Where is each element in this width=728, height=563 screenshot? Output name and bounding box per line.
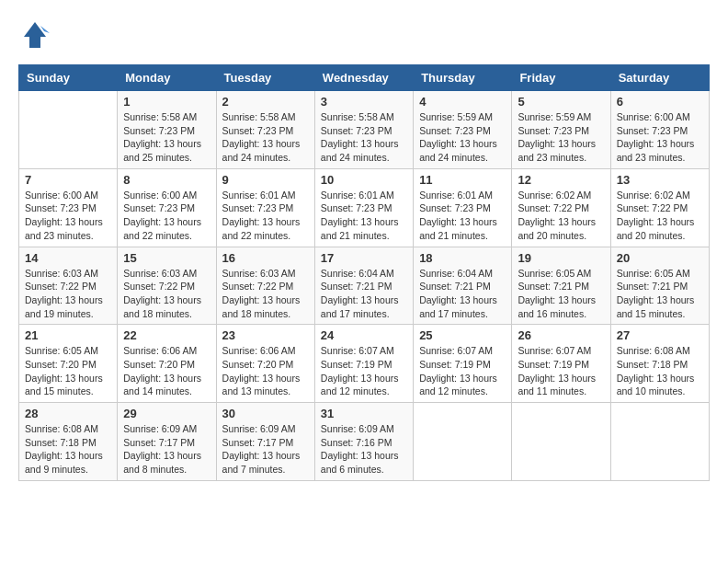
day-number: 9	[222, 173, 309, 187]
calendar-cell: 22Sunrise: 6:06 AMSunset: 7:20 PMDayligh…	[118, 325, 216, 403]
day-info: Sunrise: 6:02 AMSunset: 7:22 PMDaylight:…	[518, 189, 604, 243]
calendar-cell: 18Sunrise: 6:04 AMSunset: 7:21 PMDayligh…	[414, 247, 512, 325]
day-number: 28	[25, 407, 111, 420]
calendar-cell: 1Sunrise: 5:58 AMSunset: 7:23 PMDaylight…	[118, 91, 216, 169]
calendar-cell	[512, 403, 610, 481]
calendar-cell: 10Sunrise: 6:01 AMSunset: 7:23 PMDayligh…	[314, 168, 413, 247]
calendar-cell: 15Sunrise: 6:03 AMSunset: 7:22 PMDayligh…	[118, 247, 216, 325]
calendar-cell: 17Sunrise: 6:04 AMSunset: 7:21 PMDayligh…	[314, 247, 413, 325]
calendar-cell: 25Sunrise: 6:07 AMSunset: 7:19 PMDayligh…	[414, 325, 512, 403]
day-info: Sunrise: 6:05 AMSunset: 7:20 PMDaylight:…	[25, 344, 111, 398]
calendar-cell: 21Sunrise: 6:05 AMSunset: 7:20 PMDayligh…	[19, 325, 118, 403]
weekday-header-friday: Friday	[512, 65, 610, 91]
calendar-cell: 31Sunrise: 6:09 AMSunset: 7:16 PMDayligh…	[314, 403, 413, 481]
calendar-body: 1Sunrise: 5:58 AMSunset: 7:23 PMDaylight…	[19, 91, 710, 481]
day-number: 14	[25, 251, 111, 265]
day-info: Sunrise: 6:01 AMSunset: 7:23 PMDaylight:…	[419, 189, 506, 243]
calendar-table: SundayMondayTuesdayWednesdayThursdayFrid…	[18, 64, 710, 481]
day-number: 1	[123, 95, 210, 109]
day-info: Sunrise: 6:02 AMSunset: 7:22 PMDaylight:…	[617, 189, 703, 243]
day-number: 23	[222, 328, 309, 342]
day-info: Sunrise: 5:58 AMSunset: 7:23 PMDaylight:…	[321, 110, 407, 165]
day-info: Sunrise: 6:04 AMSunset: 7:21 PMDaylight:…	[321, 267, 407, 321]
calendar-cell: 13Sunrise: 6:02 AMSunset: 7:22 PMDayligh…	[610, 168, 709, 247]
calendar-cell: 8Sunrise: 6:00 AMSunset: 7:23 PMDaylight…	[118, 168, 216, 247]
day-info: Sunrise: 6:03 AMSunset: 7:22 PMDaylight:…	[123, 267, 210, 321]
calendar-week-3: 14Sunrise: 6:03 AMSunset: 7:22 PMDayligh…	[19, 247, 710, 325]
day-number: 25	[419, 328, 506, 342]
day-number: 26	[518, 328, 604, 342]
day-info: Sunrise: 6:01 AMSunset: 7:23 PMDaylight:…	[222, 189, 309, 243]
day-info: Sunrise: 6:07 AMSunset: 7:19 PMDaylight:…	[419, 344, 506, 398]
day-number: 2	[222, 95, 309, 109]
calendar-header: SundayMondayTuesdayWednesdayThursdayFrid…	[19, 65, 710, 91]
day-info: Sunrise: 6:03 AMSunset: 7:22 PMDaylight:…	[222, 267, 309, 321]
day-info: Sunrise: 6:04 AMSunset: 7:21 PMDaylight:…	[419, 267, 506, 321]
day-number: 27	[617, 328, 703, 342]
day-number: 13	[617, 173, 703, 187]
day-number: 20	[617, 251, 703, 265]
day-info: Sunrise: 6:07 AMSunset: 7:19 PMDaylight:…	[321, 344, 407, 398]
day-info: Sunrise: 5:58 AMSunset: 7:23 PMDaylight:…	[123, 110, 210, 165]
weekday-header-tuesday: Tuesday	[216, 65, 314, 91]
day-info: Sunrise: 6:00 AMSunset: 7:23 PMDaylight:…	[617, 110, 703, 165]
day-number: 18	[419, 251, 506, 265]
page-header	[18, 18, 710, 55]
day-number: 29	[123, 407, 210, 420]
day-info: Sunrise: 6:07 AMSunset: 7:19 PMDaylight:…	[518, 344, 604, 398]
day-number: 8	[123, 173, 210, 187]
calendar-cell: 11Sunrise: 6:01 AMSunset: 7:23 PMDayligh…	[414, 168, 512, 247]
day-info: Sunrise: 5:59 AMSunset: 7:23 PMDaylight:…	[419, 110, 506, 165]
day-number: 4	[419, 95, 506, 109]
calendar-week-4: 21Sunrise: 6:05 AMSunset: 7:20 PMDayligh…	[19, 325, 710, 403]
calendar-cell: 12Sunrise: 6:02 AMSunset: 7:22 PMDayligh…	[512, 168, 610, 247]
calendar-cell	[610, 403, 709, 481]
calendar-cell: 9Sunrise: 6:01 AMSunset: 7:23 PMDaylight…	[216, 168, 314, 247]
day-number: 19	[518, 251, 604, 265]
calendar-week-1: 1Sunrise: 5:58 AMSunset: 7:23 PMDaylight…	[19, 91, 710, 169]
day-info: Sunrise: 6:05 AMSunset: 7:21 PMDaylight:…	[518, 267, 604, 321]
day-number: 24	[321, 328, 407, 342]
day-number: 17	[321, 251, 407, 265]
header-row: SundayMondayTuesdayWednesdayThursdayFrid…	[19, 65, 710, 91]
day-info: Sunrise: 6:06 AMSunset: 7:20 PMDaylight:…	[222, 344, 309, 398]
day-info: Sunrise: 5:58 AMSunset: 7:23 PMDaylight:…	[222, 110, 309, 165]
weekday-header-wednesday: Wednesday	[314, 65, 413, 91]
day-number: 12	[518, 173, 604, 187]
day-number: 3	[321, 95, 407, 109]
day-info: Sunrise: 6:09 AMSunset: 7:17 PMDaylight:…	[222, 422, 309, 477]
calendar-cell: 14Sunrise: 6:03 AMSunset: 7:22 PMDayligh…	[19, 247, 118, 325]
calendar-cell: 5Sunrise: 5:59 AMSunset: 7:23 PMDaylight…	[512, 91, 610, 169]
calendar-cell: 30Sunrise: 6:09 AMSunset: 7:17 PMDayligh…	[216, 403, 314, 481]
calendar-cell: 23Sunrise: 6:06 AMSunset: 7:20 PMDayligh…	[216, 325, 314, 403]
calendar-cell: 26Sunrise: 6:07 AMSunset: 7:19 PMDayligh…	[512, 325, 610, 403]
day-info: Sunrise: 6:05 AMSunset: 7:21 PMDaylight:…	[617, 267, 703, 321]
day-number: 30	[222, 407, 309, 420]
day-number: 15	[123, 251, 210, 265]
day-number: 16	[222, 251, 309, 265]
calendar-cell: 2Sunrise: 5:58 AMSunset: 7:23 PMDaylight…	[216, 91, 314, 169]
calendar-cell: 20Sunrise: 6:05 AMSunset: 7:21 PMDayligh…	[610, 247, 709, 325]
day-info: Sunrise: 6:00 AMSunset: 7:23 PMDaylight:…	[25, 189, 111, 243]
weekday-header-sunday: Sunday	[19, 65, 118, 91]
calendar-cell: 7Sunrise: 6:00 AMSunset: 7:23 PMDaylight…	[19, 168, 118, 247]
weekday-header-monday: Monday	[118, 65, 216, 91]
day-info: Sunrise: 6:09 AMSunset: 7:17 PMDaylight:…	[123, 422, 210, 477]
logo-icon	[18, 18, 51, 52]
svg-marker-0	[24, 22, 46, 48]
calendar-cell	[414, 403, 512, 481]
day-number: 21	[25, 328, 111, 342]
day-info: Sunrise: 6:00 AMSunset: 7:23 PMDaylight:…	[123, 189, 210, 243]
day-info: Sunrise: 6:03 AMSunset: 7:22 PMDaylight:…	[25, 267, 111, 321]
day-number: 5	[518, 95, 604, 109]
day-info: Sunrise: 6:01 AMSunset: 7:23 PMDaylight:…	[321, 189, 407, 243]
day-number: 10	[321, 173, 407, 187]
day-number: 22	[123, 328, 210, 342]
day-number: 11	[419, 173, 506, 187]
calendar-cell: 4Sunrise: 5:59 AMSunset: 7:23 PMDaylight…	[414, 91, 512, 169]
day-info: Sunrise: 5:59 AMSunset: 7:23 PMDaylight:…	[518, 110, 604, 165]
logo	[18, 18, 55, 55]
day-info: Sunrise: 6:08 AMSunset: 7:18 PMDaylight:…	[25, 422, 111, 477]
calendar-cell: 19Sunrise: 6:05 AMSunset: 7:21 PMDayligh…	[512, 247, 610, 325]
calendar-week-2: 7Sunrise: 6:00 AMSunset: 7:23 PMDaylight…	[19, 168, 710, 247]
